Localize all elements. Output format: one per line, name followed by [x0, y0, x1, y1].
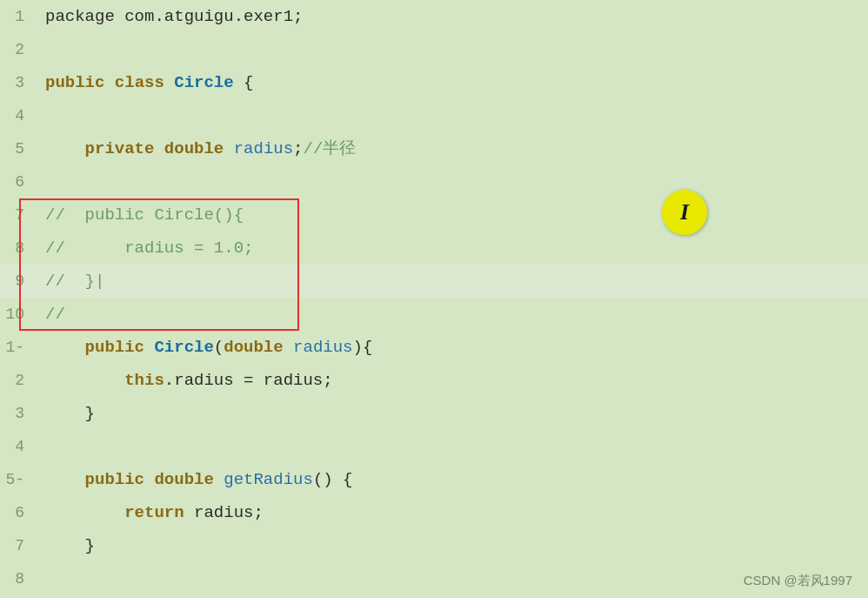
line-number-10: 10: [0, 306, 33, 323]
line-content-10[interactable]: //: [45, 298, 65, 331]
line-number-11: 1-: [0, 339, 33, 356]
line-content-15[interactable]: public double getRadius() {: [45, 463, 353, 496]
code-line-16: 6 return radius;: [0, 496, 868, 529]
line-content-13[interactable]: }: [45, 397, 95, 430]
line-content-16[interactable]: return radius;: [45, 496, 264, 529]
code-line-17: 7 }: [0, 529, 868, 562]
code-line-12: 2 this.radius = radius;: [0, 364, 868, 397]
line-content-1[interactable]: package com.atguigu.exer1;: [45, 0, 303, 33]
code-line-13: 3 }: [0, 397, 868, 430]
line-content-2[interactable]: [45, 33, 55, 66]
line-number-8: 8: [0, 239, 33, 257]
line-content-12[interactable]: this.radius = radius;: [45, 364, 333, 397]
line-content-14[interactable]: [45, 430, 55, 463]
line-content-5[interactable]: private double radius;//半径: [45, 132, 356, 165]
line-number-16: 6: [0, 504, 33, 521]
code-line-15: 5- public double getRadius() {: [0, 463, 868, 496]
line-number-9: 9: [0, 272, 33, 290]
line-number-1: 1: [0, 8, 33, 25]
line-number-15: 5-: [0, 471, 33, 488]
code-line-5: 5 private double radius;//半径: [0, 132, 868, 165]
code-line-10: 10 //: [0, 298, 868, 331]
watermark-text: CSDN @若风1997: [744, 573, 852, 588]
line-content-11[interactable]: public Circle(double radius){: [45, 331, 372, 364]
line-content-9[interactable]: // }|: [45, 265, 104, 298]
line-number-13: 3: [0, 405, 33, 422]
line-number-14: 4: [0, 438, 33, 455]
line-number-2: 2: [0, 41, 33, 58]
line-content-18[interactable]: [45, 562, 55, 595]
code-line-8: 8 // radius = 1.0;: [0, 232, 868, 265]
line-number-5: 5: [0, 140, 33, 158]
line-number-7: 7: [0, 206, 33, 224]
line-content-6[interactable]: [45, 165, 55, 198]
line-content-4[interactable]: [45, 99, 55, 132]
line-content-17[interactable]: }: [45, 529, 95, 562]
line-content-8[interactable]: // radius = 1.0;: [45, 232, 253, 265]
code-line-1: 1 package com.atguigu.exer1;: [0, 0, 868, 33]
watermark: CSDN @若风1997: [744, 573, 852, 589]
line-number-3: 3: [0, 74, 33, 91]
line-content-7[interactable]: // public Circle(){: [45, 198, 244, 232]
code-lines: 1 package com.atguigu.exer1; 2 3 public …: [0, 0, 868, 598]
code-line-14: 4: [0, 430, 868, 463]
code-line-2: 2: [0, 33, 868, 66]
code-line-6: 6: [0, 165, 868, 198]
line-number-18: 8: [0, 570, 33, 588]
code-line-3: 3 public class Circle {: [0, 66, 868, 99]
line-content-3[interactable]: public class Circle {: [45, 66, 253, 99]
cursor-icon: I: [680, 199, 689, 225]
code-line-4: 4: [0, 99, 868, 132]
code-line-11: 1- public Circle(double radius){: [0, 331, 868, 364]
code-editor: 1 package com.atguigu.exer1; 2 3 public …: [0, 0, 868, 598]
code-line-18: 8: [0, 562, 868, 595]
cursor-indicator: I: [662, 190, 707, 235]
line-number-4: 4: [0, 107, 33, 124]
line-number-6: 6: [0, 173, 33, 191]
code-line-7: 7 // public Circle(){: [0, 198, 868, 232]
code-line-9: 9 // }|: [0, 265, 868, 298]
line-number-17: 7: [0, 537, 33, 554]
line-number-12: 2: [0, 372, 33, 389]
